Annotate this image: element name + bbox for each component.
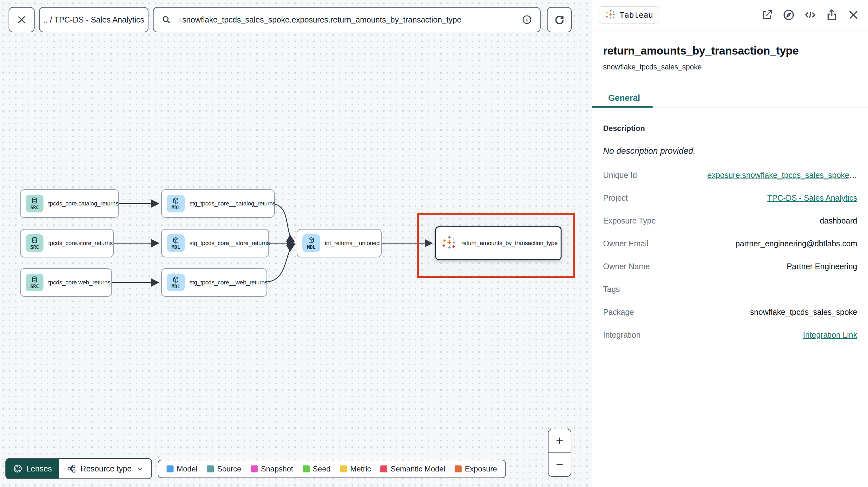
node-label: tpcds_core.store_returns [48, 240, 113, 247]
panel-general-content: Description No description provided. Uni… [592, 108, 868, 338]
project-link[interactable]: TPC-DS - Sales Analytics [768, 193, 857, 202]
node-label: tpcds_core.catalog_returns [48, 200, 118, 207]
lineage-node-int-returns-unioned[interactable]: MDL int_returns__unioned [297, 229, 382, 257]
node-label: stg_tpcds_core__catalog_returns [189, 200, 276, 207]
refresh-icon [554, 14, 565, 25]
badge-label: SRC [30, 284, 39, 290]
source-badge: SRC [26, 234, 43, 252]
tableau-logo-icon [605, 9, 616, 20]
model-badge: MDL [302, 234, 320, 252]
model-badge: MDL [167, 234, 185, 252]
cube-icon [172, 197, 180, 204]
external-link-icon [761, 8, 773, 21]
platform-badge-label: Tableau [620, 10, 653, 20]
lineage-node-stg-store-returns[interactable]: MDL stg_tpcds_core__store_returns [161, 229, 269, 257]
dbt-explorer-lineage-app: { "toolbar": { "breadcrumb": ".. / TPC-D… [0, 0, 868, 487]
legend-item-model: Model [166, 464, 197, 474]
close-x-icon [16, 14, 27, 25]
close-lineage-button[interactable] [8, 7, 35, 32]
resource-type-dropdown[interactable]: Resource type [59, 459, 151, 479]
magnifier-icon [161, 14, 171, 25]
cube-icon [307, 236, 315, 244]
open-external-button[interactable] [761, 8, 773, 21]
tableau-logo-icon [441, 235, 457, 251]
badge-label: SRC [30, 245, 39, 250]
lineage-search-bar[interactable] [153, 7, 540, 32]
badge-label: MDL [171, 245, 180, 250]
model-badge: MDL [167, 273, 185, 291]
node-title: return_amounts_by_transaction_type [603, 44, 857, 57]
view-code-button[interactable] [804, 8, 816, 21]
exposure-type-value: dashboard [820, 216, 857, 225]
badge-label: MDL [307, 245, 315, 250]
lenses-label: Lenses [26, 464, 52, 474]
database-icon [31, 197, 38, 204]
field-row-unique-id: Unique Id exposure.snowflake_tpcds_sales… [603, 170, 857, 179]
description-heading: Description [603, 124, 857, 133]
aperture-icon [13, 464, 23, 474]
lineage-node-source-catalog-returns[interactable]: SRC tpcds_core.catalog_returns [20, 189, 119, 218]
zoom-in-button[interactable]: + [549, 429, 571, 453]
node-label: int_returns__unioned [325, 240, 380, 247]
metric-swatch [340, 465, 347, 473]
breadcrumb[interactable]: .. / TPC-DS - Sales Analytics [39, 7, 149, 32]
field-row-project: Project TPC-DS - Sales Analytics [603, 193, 857, 202]
owner-email-value: partner_engineering@dbtlabs.com [735, 239, 857, 248]
legend-item-snapshot: Snapshot [251, 464, 293, 474]
share-icon [826, 8, 838, 21]
refresh-lineage-button[interactable] [547, 7, 572, 32]
lineage-node-stg-web-returns[interactable]: MDL stg_tpcds_core__web_returns [161, 268, 267, 297]
canvas-zoom-controls: + − [548, 429, 571, 477]
lineage-node-source-store-returns[interactable]: SRC tpcds_core.store_returns [20, 229, 114, 257]
lenses-button[interactable]: Lenses [6, 459, 59, 479]
lineage-node-source-web-returns[interactable]: SRC tpcds_core.web_returns [20, 268, 112, 297]
lenses-control[interactable]: Lenses Resource type [5, 458, 152, 479]
badge-label: MDL [171, 205, 180, 210]
panel-header-actions [761, 8, 860, 21]
legend-item-semantic-model: Semantic Model [380, 464, 445, 474]
code-icon [804, 8, 816, 21]
semantic-model-swatch [380, 465, 388, 473]
close-x-icon [847, 8, 860, 21]
unique-id-link[interactable]: exposure.snowflake_tpcds_sales_spoke [708, 170, 849, 180]
node-details-panel: Tableau return_amounts_by_transaction_ty… [592, 0, 868, 487]
exposure-platform-badge: Tableau [599, 6, 659, 24]
source-swatch [207, 465, 214, 473]
model-badge: MDL [167, 195, 185, 213]
breadcrumb-label: .. / TPC-DS - Sales Analytics [43, 15, 144, 24]
resource-type-label: Resource type [81, 464, 132, 474]
field-row-owner-name: Owner Name Partner Engineering [603, 262, 857, 270]
field-row-tags: Tags [603, 285, 857, 293]
tab-general-label: General [608, 93, 640, 103]
lineage-node-exposure-return-amounts[interactable]: return_amounts_by_transaction_type [435, 226, 561, 260]
source-badge: SRC [26, 273, 43, 291]
cube-icon [172, 276, 180, 284]
field-row-owner-email: Owner Email partner_engineering@dbtlabs.… [603, 239, 857, 247]
legend-item-exposure: Exposure [455, 464, 497, 474]
legend-item-source: Source [207, 464, 241, 474]
active-tab-underline [592, 106, 653, 108]
search-input[interactable] [177, 15, 522, 25]
database-icon [31, 236, 38, 244]
zoom-out-button[interactable]: − [549, 453, 571, 476]
tab-general[interactable]: General [592, 89, 656, 107]
resource-type-legend: Model Source Snapshot Seed Metric Semant… [158, 460, 506, 478]
owner-name-value: Partner Engineering [787, 262, 857, 271]
node-label: stg_tpcds_core__store_returns [189, 240, 270, 247]
lineage-canvas[interactable]: SRC tpcds_core.catalog_returns SRC tpcds… [0, 0, 592, 487]
badge-label: SRC [30, 205, 39, 210]
panel-header: Tableau [592, 0, 868, 30]
field-row-package: Package snowflake_tpcds_sales_spoke [603, 307, 857, 316]
share-button[interactable] [826, 8, 838, 21]
lineage-node-stg-catalog-returns[interactable]: MDL stg_tpcds_core__catalog_returns [161, 189, 275, 218]
resource-graph-icon [67, 464, 76, 474]
close-panel-button[interactable] [847, 8, 860, 21]
exposure-swatch [455, 465, 462, 473]
info-circle-icon[interactable] [522, 14, 532, 25]
explore-button[interactable] [782, 8, 795, 21]
node-label: tpcds_core.web_returns [48, 279, 111, 286]
panel-tabs: General [592, 89, 868, 108]
database-icon [31, 276, 38, 284]
node-package-subtitle: snowflake_tpcds_sales_spoke [603, 63, 857, 71]
integration-link[interactable]: Integration Link [803, 330, 857, 339]
